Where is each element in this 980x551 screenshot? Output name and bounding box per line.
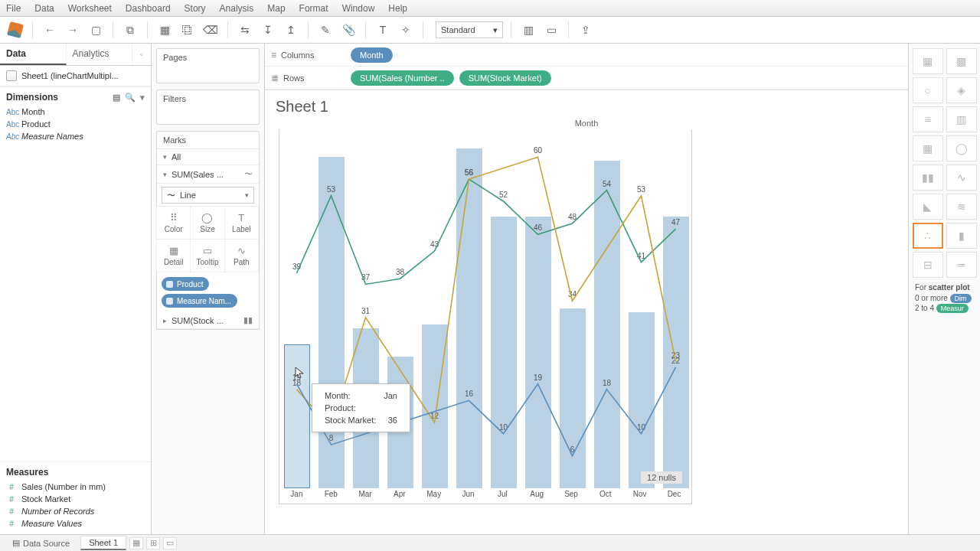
sidebar-tab-collapse-icon[interactable]: ◦ — [132, 44, 151, 65]
pill-product[interactable]: Product — [162, 277, 209, 291]
datasource-icon: ▤ — [12, 538, 20, 548]
viz-hbar[interactable]: ≡ — [913, 106, 943, 132]
view-icon[interactable]: ▤ — [113, 93, 120, 103]
viz-text-table[interactable]: ▦ — [913, 48, 943, 74]
viz-side-bar[interactable]: ▮▮ — [913, 165, 943, 191]
marks-card: Marks ▾All ▾SUM(Sales ...〜 〜 Line ▾ ⠿Col… — [156, 131, 260, 330]
pill-measure-names[interactable]: Measure Nam... — [162, 294, 237, 308]
sheet-title[interactable]: Sheet 1 — [265, 90, 908, 119]
x-tick-may: May — [416, 490, 451, 504]
menu-worksheet[interactable]: Worksheet — [68, 3, 112, 14]
nulls-indicator[interactable]: 12 nulls — [641, 471, 682, 484]
menu-file[interactable]: File — [6, 3, 21, 14]
chevron-down-icon: ▾ — [163, 153, 167, 161]
field-number-records[interactable]: #Number of Records — [0, 505, 151, 517]
tab-analytics[interactable]: Analytics — [67, 44, 133, 65]
viz-box[interactable]: ⊟ — [913, 252, 943, 278]
viz-heatmap[interactable]: ▩ — [946, 48, 977, 74]
new-datasource-button[interactable]: ⧉ — [121, 21, 139, 39]
sort-desc-button[interactable]: ↥ — [282, 21, 300, 39]
new-worksheet-icon[interactable]: ▦ — [129, 537, 143, 549]
swap-button[interactable]: ⇆ — [236, 21, 254, 39]
viz-histogram[interactable]: ▮ — [946, 223, 977, 249]
columns-shelf[interactable]: ≡Columns Month — [265, 44, 908, 67]
field-month[interactable]: AbcMonth — [0, 106, 151, 118]
share-button[interactable]: ⇪ — [577, 21, 595, 39]
viz-line[interactable]: ∿ — [946, 165, 977, 191]
fit-dropdown[interactable]: Standard ▾ — [436, 21, 503, 38]
show-cards-button[interactable]: ▥ — [519, 21, 537, 39]
marks-all-row[interactable]: ▾All — [157, 149, 259, 165]
presentation-button[interactable]: ▭ — [542, 21, 560, 39]
abc-icon: Abc — [6, 132, 17, 141]
field-measure-values[interactable]: #Measure Values — [0, 517, 151, 530]
columns-icon: ≡ — [271, 50, 276, 60]
group-button[interactable]: 📎 — [339, 21, 358, 39]
viz-stacked-bar[interactable]: ▥ — [946, 106, 977, 132]
new-dashboard-icon[interactable]: ⊞ — [146, 537, 160, 549]
sort-asc-button[interactable]: ↧ — [259, 21, 277, 39]
field-measure-names[interactable]: AbcMeasure Names — [0, 130, 151, 142]
line-sales-a[interactable] — [297, 179, 676, 284]
datasource-row[interactable]: Sheet1 (lineChartMultipl... — [0, 66, 151, 86]
clear-button[interactable]: ⌫ — [201, 21, 220, 39]
mark-type-dropdown[interactable]: 〜 Line ▾ — [162, 187, 254, 204]
toolbar: ← → ▢ ⧉ ▦ ⿻ ⌫ ⇆ ↧ ↥ ✎ 📎 T ✧ Standard ▾ ▥… — [0, 17, 980, 44]
menu-story[interactable]: Story — [185, 3, 206, 14]
pill-month[interactable]: Month — [351, 47, 393, 63]
marks-sum-sales-row[interactable]: ▾SUM(Sales ...〜 — [157, 165, 259, 184]
menu-help[interactable]: Help — [388, 3, 407, 14]
tab-data[interactable]: Data — [0, 44, 67, 65]
tab-data-source[interactable]: ▤Data Source — [5, 536, 77, 549]
datasource-icon — [6, 70, 17, 81]
viz-gantt[interactable]: ═ — [946, 252, 977, 278]
measures-header: Measures — [0, 461, 151, 481]
viz-map-fill[interactable]: ◈ — [946, 77, 977, 103]
menu-data[interactable]: Data — [34, 3, 54, 14]
forward-button[interactable]: → — [64, 21, 82, 39]
sheet-tabs-bar: ▤Data Source Sheet 1 ▦ ⊞ ▭ — [0, 534, 980, 551]
chart-plot[interactable]: 3953373843565246485441471811311256603453… — [279, 129, 692, 504]
pill-sum-sales[interactable]: SUM(Sales (Number .. — [351, 70, 454, 86]
show-me-grid: ▦ ▩ ○ ◈ ≡ ▥ ▦ ◯ ▮▮ ∿ ◣ ≋ ∴ ▮ ⊟ ═ — [912, 48, 977, 278]
viz-map-symbol[interactable]: ○ — [913, 77, 943, 103]
new-story-icon[interactable]: ▭ — [163, 537, 177, 549]
pill-sum-stock[interactable]: SUM(Stock Market) — [459, 70, 551, 86]
mark-tooltip[interactable]: ▭Tooltip — [190, 239, 224, 272]
filters-shelf[interactable]: Filters — [156, 90, 260, 125]
viz-area[interactable]: ◣ — [913, 194, 943, 220]
new-worksheet-button[interactable]: ▦ — [155, 21, 174, 39]
viz-treemap[interactable]: ▦ — [913, 135, 943, 161]
back-button[interactable]: ← — [41, 21, 59, 39]
pages-shelf[interactable]: Pages — [156, 48, 260, 83]
viz-scatter[interactable]: ∴ — [913, 223, 943, 249]
mark-detail[interactable]: ▦Detail — [156, 239, 191, 272]
mark-label[interactable]: TLabel — [224, 206, 259, 240]
x-tick-jul: Jul — [485, 490, 520, 504]
menu-format[interactable]: Format — [299, 3, 328, 14]
viz-dual-line[interactable]: ≋ — [946, 194, 977, 220]
rows-shelf[interactable]: ≣Rows SUM(Sales (Number .. SUM(Stock Mar… — [265, 67, 908, 90]
field-product[interactable]: AbcProduct — [0, 118, 151, 130]
marks-sum-stock-row[interactable]: ▸SUM(Stock ...▮▮ — [157, 312, 259, 329]
field-stock-market[interactable]: #Stock Market — [0, 493, 151, 505]
highlight-button[interactable]: ✎ — [316, 21, 335, 39]
menu-analysis[interactable]: Analysis — [220, 3, 254, 14]
menu-window[interactable]: Window — [342, 3, 375, 14]
duplicate-button[interactable]: ⿻ — [178, 21, 197, 39]
menu-map[interactable]: Map — [267, 3, 285, 14]
menu-chevron-icon[interactable]: ▾ — [140, 93, 145, 103]
search-icon[interactable]: 🔍 — [125, 93, 136, 103]
mark-path[interactable]: ∿Path — [224, 239, 259, 272]
mark-color[interactable]: ⠿Color — [156, 206, 191, 240]
mark-size[interactable]: ◯Size — [190, 206, 224, 240]
pin-button[interactable]: ✧ — [397, 21, 415, 39]
tableau-logo-icon[interactable] — [6, 21, 24, 39]
tab-sheet1[interactable]: Sheet 1 — [80, 536, 126, 550]
viz-circle[interactable]: ◯ — [946, 135, 977, 161]
save-button[interactable]: ▢ — [87, 21, 105, 39]
column-row-shelves: ≡Columns Month ≣Rows SUM(Sales (Number .… — [265, 44, 908, 90]
field-sales[interactable]: #Sales (Number in mm) — [0, 481, 151, 493]
menu-dashboard[interactable]: Dashboard — [126, 3, 171, 14]
text-button[interactable]: T — [374, 21, 392, 39]
